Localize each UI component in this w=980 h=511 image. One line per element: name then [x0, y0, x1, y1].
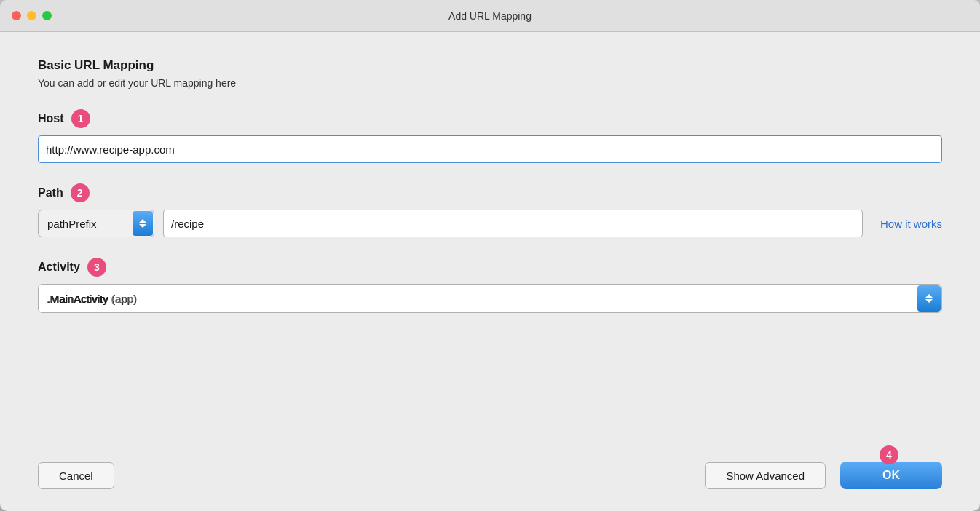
path-input[interactable] [163, 210, 863, 237]
activity-label-row: Activity 3 [38, 258, 942, 277]
host-label: Host [38, 112, 64, 125]
path-label: Path [38, 186, 63, 199]
activity-select-wrapper: .MainActivity (app) .MainActivity (app) [38, 284, 942, 313]
how-it-works-link[interactable]: How it works [880, 218, 942, 230]
activity-label: Activity [38, 261, 80, 274]
window-controls [12, 11, 52, 20]
main-window: Add URL Mapping Basic URL Mapping You ca… [0, 0, 980, 511]
path-label-row: Path 2 [38, 183, 942, 202]
close-button[interactable] [12, 11, 21, 20]
section-subtitle: You can add or edit your URL mapping her… [38, 77, 942, 89]
path-badge: 2 [71, 183, 90, 202]
content-area: Basic URL Mapping You can add or edit yo… [0, 32, 980, 462]
host-field-group: Host 1 [38, 109, 942, 163]
activity-field-group: Activity 3 .MainActivity (app) .MainActi… [38, 258, 942, 313]
ok-badge: 4 [880, 445, 898, 464]
section-title: Basic URL Mapping [38, 58, 942, 73]
window-title: Add URL Mapping [448, 10, 532, 22]
path-field-group: Path 2 pathPrefix pathPattern pathLitera… [38, 183, 942, 237]
maximize-button[interactable] [42, 11, 52, 20]
host-label-row: Host 1 [38, 109, 942, 128]
cancel-button[interactable]: Cancel [38, 462, 114, 489]
path-type-select[interactable]: pathPrefix pathPattern pathLiteral [38, 210, 154, 237]
titlebar: Add URL Mapping [0, 0, 980, 32]
minimize-button[interactable] [27, 11, 36, 20]
path-row: pathPrefix pathPattern pathLiteral How i… [38, 210, 942, 237]
host-input[interactable] [38, 135, 942, 163]
activity-select[interactable]: .MainActivity (app) [38, 284, 942, 313]
right-buttons: Show Advanced 4 OK [705, 462, 942, 489]
show-advanced-button[interactable]: Show Advanced [705, 462, 826, 489]
host-badge: 1 [71, 109, 90, 128]
footer: Cancel Show Advanced 4 OK [0, 462, 980, 511]
activity-badge: 3 [87, 258, 106, 277]
path-select-wrapper: pathPrefix pathPattern pathLiteral [38, 210, 154, 237]
ok-button[interactable]: OK [840, 462, 942, 489]
